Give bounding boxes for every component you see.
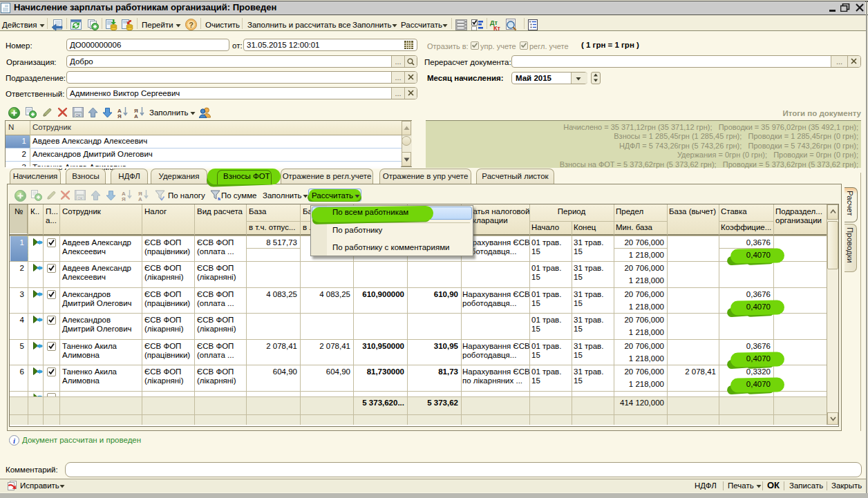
svg-text:?: ? [189,21,194,29]
svg-text:ОК: ОК [77,196,83,200]
svg-text:ОК: ОК [75,113,81,117]
svg-text:м: м [218,195,220,201]
